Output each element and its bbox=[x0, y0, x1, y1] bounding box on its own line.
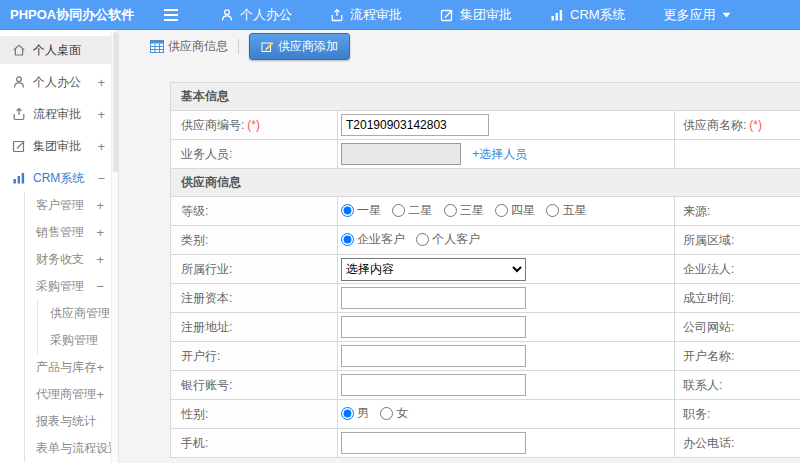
supplier-code-input[interactable] bbox=[341, 114, 489, 136]
radio-grade-3[interactable]: 三星 bbox=[444, 202, 484, 219]
sidebar-item-reports[interactable]: 报表与统计 bbox=[25, 408, 118, 435]
sidebar-scrollbar[interactable] bbox=[111, 30, 118, 463]
radio-grade-4[interactable]: 四星 bbox=[495, 202, 535, 219]
sidebar-item-agent-mgmt[interactable]: 代理商管理 + bbox=[25, 381, 118, 408]
tab-separator bbox=[238, 39, 239, 54]
row-bank: 开户行: 开户名称: bbox=[171, 342, 800, 371]
row-gender: 性别: 男 女 职务: bbox=[171, 400, 800, 429]
upload-icon bbox=[330, 8, 344, 22]
app-logo: PHPOA协同办公软件 bbox=[0, 6, 132, 24]
row-industry: 所属行业: 选择内容 企业法人: bbox=[171, 255, 800, 284]
sidebar-item-form-workflow-settings[interactable]: 表单与流程设置 + bbox=[25, 435, 118, 462]
row-supplier-code: 供应商编号:(*) 供应商名称:(*) bbox=[171, 111, 800, 140]
nav-item-crm[interactable]: CRM系统 bbox=[550, 6, 626, 24]
hamburger-icon[interactable] bbox=[164, 9, 178, 21]
radio-gender-male[interactable]: 男 bbox=[341, 405, 369, 422]
bar-chart-icon bbox=[550, 8, 564, 22]
edit-icon bbox=[12, 139, 26, 153]
sidebar-item-sales-mgmt[interactable]: 销售管理 + bbox=[25, 219, 118, 246]
bank-account-input[interactable] bbox=[341, 374, 526, 396]
nav-item-workflow-approval[interactable]: 流程审批 bbox=[330, 6, 402, 24]
sidebar-item-finance[interactable]: 财务收支 + bbox=[25, 246, 118, 273]
registered-capital-input[interactable] bbox=[341, 287, 526, 309]
tab-supplier-info[interactable]: 供应商信息 bbox=[150, 38, 228, 55]
sidebar-item-purchasing[interactable]: 采购管理 bbox=[38, 327, 118, 354]
section-basic-info: 基本信息 bbox=[171, 83, 800, 111]
radio-category-personal[interactable]: 个人客户 bbox=[416, 231, 480, 248]
sidebar-item-workflow-approval[interactable]: 流程审批 + bbox=[0, 100, 118, 128]
radio-gender-female[interactable]: 女 bbox=[380, 405, 408, 422]
required-mark: (*) bbox=[247, 118, 260, 132]
purchase-submenu: 供应商管理 采购管理 bbox=[37, 300, 118, 354]
supplier-form: 基本信息 供应商编号:(*) 供应商名称:(*) 业务人员: +选择人员 bbox=[170, 82, 800, 458]
sidebar-item-personal-desktop[interactable]: 个人桌面 bbox=[0, 36, 118, 64]
row-mobile: 手机: 办公电话: bbox=[171, 429, 800, 458]
row-category: 类别: 企业客户 个人客户 所属区域: bbox=[171, 226, 800, 255]
person-icon bbox=[220, 8, 234, 22]
crm-submenu: 客户管理 + 销售管理 + 财务收支 + 采购管理 − 供应商管理 采购管理 bbox=[24, 192, 118, 462]
sidebar-item-crm[interactable]: CRM系统 − bbox=[0, 164, 118, 192]
edit-icon bbox=[440, 8, 454, 22]
industry-select[interactable]: 选择内容 bbox=[341, 258, 526, 281]
registered-address-input[interactable] bbox=[341, 316, 526, 338]
edit-pencil-icon bbox=[261, 40, 274, 53]
business-person-input[interactable] bbox=[341, 143, 461, 165]
radio-grade-2[interactable]: 二星 bbox=[392, 202, 432, 219]
sidebar-item-purchase-mgmt[interactable]: 采购管理 − bbox=[25, 273, 118, 300]
upload-icon bbox=[12, 107, 26, 121]
row-registered-address: 注册地址: 公司网站: bbox=[171, 313, 800, 342]
radio-category-enterprise[interactable]: 企业客户 bbox=[341, 231, 405, 248]
radio-grade-5[interactable]: 五星 bbox=[546, 202, 586, 219]
row-bank-account: 银行账号: 联系人: bbox=[171, 371, 800, 400]
row-grade: 等级: 一星 二星 三星 四星 五星 来源: bbox=[171, 197, 800, 226]
row-registered-capital: 注册资本: 成立时间: bbox=[171, 284, 800, 313]
required-mark: (*) bbox=[749, 118, 762, 132]
sidebar-item-personal-office[interactable]: 个人办公 + bbox=[0, 68, 118, 96]
radio-grade-1[interactable]: 一星 bbox=[341, 202, 381, 219]
bar-chart-icon bbox=[12, 171, 26, 185]
select-person-link[interactable]: +选择人员 bbox=[472, 147, 527, 161]
tab-bar: 供应商信息 供应商添加 bbox=[119, 30, 800, 63]
nav-item-personal-office[interactable]: 个人办公 bbox=[220, 6, 292, 24]
top-header: PHPOA协同办公软件 个人办公 流程审批 集团审批 CRM系统 更多应用 bbox=[0, 0, 800, 30]
sidebar-item-customer-mgmt[interactable]: 客户管理 + bbox=[25, 192, 118, 219]
sidebar-item-supplier-mgmt[interactable]: 供应商管理 bbox=[38, 300, 118, 327]
bank-input[interactable] bbox=[341, 345, 526, 367]
row-business-person: 业务人员: +选择人员 bbox=[171, 140, 800, 169]
nav-item-more-apps[interactable]: 更多应用 bbox=[664, 6, 731, 24]
scrollbar-thumb[interactable] bbox=[113, 32, 118, 172]
caret-down-icon bbox=[722, 12, 731, 18]
section-supplier-info: 供应商信息 bbox=[171, 169, 800, 197]
sidebar: 个人桌面 个人办公 + 流程审批 + 集团审批 + CRM系统 − 客户管理 + bbox=[0, 30, 119, 463]
mobile-input[interactable] bbox=[341, 432, 526, 454]
nav-item-group-approval[interactable]: 集团审批 bbox=[440, 6, 512, 24]
table-icon bbox=[150, 40, 164, 53]
sidebar-item-group-approval[interactable]: 集团审批 + bbox=[0, 132, 118, 160]
main-content: 供应商信息 供应商添加 基本信息 供应商编号:(*) 供应商名称:(*) bbox=[119, 30, 800, 463]
tab-supplier-add[interactable]: 供应商添加 bbox=[249, 33, 350, 60]
person-icon bbox=[12, 75, 26, 89]
home-icon bbox=[12, 43, 26, 57]
top-nav: 个人办公 流程审批 集团审批 CRM系统 更多应用 bbox=[220, 6, 731, 24]
sidebar-item-product-inventory[interactable]: 产品与库存 + bbox=[25, 354, 118, 381]
